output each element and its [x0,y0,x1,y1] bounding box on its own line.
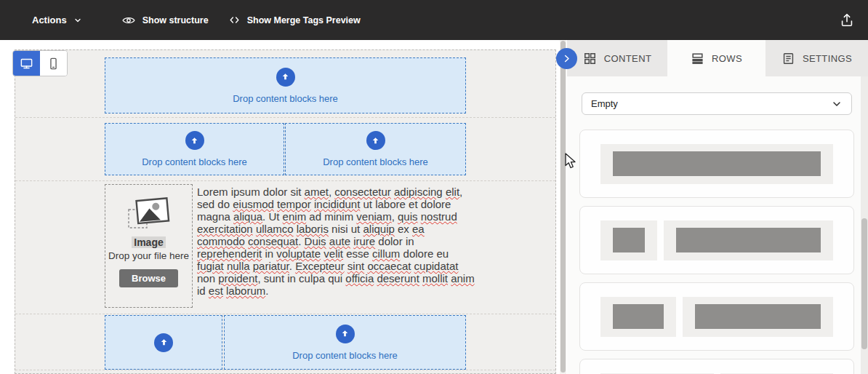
row-layout-bar [676,228,821,252]
drop-zone-label: Drop content blocks here [292,350,398,361]
drop-zone-label: Drop content blocks here [142,156,247,167]
text-block[interactable]: Lorem ipsum dolor sit amet, consectetur … [197,186,475,297]
drop-zone-row4-right[interactable]: Drop content blocks here [224,315,466,370]
canvas-scrollbar[interactable] [560,40,566,374]
panel-scrollbar[interactable] [861,76,868,374]
chevron-down-icon [831,98,843,110]
canvas-area: Drop content blocks here Drop content bl… [0,40,560,374]
row-layout-item[interactable] [579,130,854,198]
arrow-up-circle-icon [366,131,385,150]
actions-label: Actions [32,15,67,25]
rows-icon [691,52,704,65]
row-divider [15,180,555,181]
chevron-right-icon [561,53,572,64]
collapse-panel-button[interactable] [556,48,577,69]
arrow-up-circle-icon [276,68,295,87]
device-toggle [12,50,68,76]
actions-menu-button[interactable]: Actions [32,15,82,25]
arrow-up-circle-icon [154,333,173,352]
tab-label: ROWS [712,53,742,64]
drop-zone-label: Drop content blocks here [323,156,428,167]
row-layout-bar [613,304,664,329]
row-layout-column [664,220,833,260]
arrow-up-circle-icon [185,131,204,150]
text-block-content: Lorem ipsum dolor sit amet, consectetur … [197,186,475,297]
scrollbar-thumb[interactable] [861,218,867,349]
drop-zone-row2-left[interactable]: Drop content blocks here [105,123,284,175]
row-layout-bar [613,151,821,176]
image-placeholder-block[interactable]: Image Drop your file here Browse [105,184,193,308]
code-icon [228,14,241,26]
drop-zone-label: Drop content blocks here [233,93,338,104]
upload-icon [839,12,855,28]
sidebar-panel: CONTENT ROWS SETTINGS Empty [567,40,868,374]
eye-icon [121,13,136,28]
tab-content[interactable]: CONTENT [567,40,667,76]
panel-body: Empty [567,76,868,374]
row-category-selected-value: Empty [591,98,618,109]
image-icon [126,196,172,231]
image-block-subtitle: Drop your file here [108,250,189,261]
chevron-down-icon [73,16,82,25]
topbar: Actions Show structure Show Merge Tags P… [0,0,868,40]
browse-button[interactable]: Browse [119,269,178,287]
row-layout-column [600,220,657,260]
tab-settings[interactable]: SETTINGS [765,40,868,76]
row-layout-bar [613,228,645,252]
email-canvas[interactable]: Drop content blocks here Drop content bl… [15,49,556,374]
row-layouts-list [579,130,854,374]
image-block-title: Image [132,236,165,248]
row-category-select[interactable]: Empty [582,92,852,115]
grid-icon [583,52,597,65]
tab-rows[interactable]: ROWS [667,40,765,76]
row-divider [15,314,555,314]
row-divider [15,117,555,118]
show-merge-tags-label: Show Merge Tags Preview [247,15,361,25]
document-icon [781,52,795,65]
row-divider [15,370,555,370]
drop-zone-row1[interactable]: Drop content blocks here [105,57,466,114]
row-layout-column [600,144,833,184]
tab-label: SETTINGS [803,53,852,64]
panel-tabbar: CONTENT ROWS SETTINGS [567,40,868,76]
row-layout-item[interactable] [579,206,854,274]
scrollbar-thumb[interactable] [560,41,566,373]
row-layout-column [600,297,676,337]
show-merge-tags-button[interactable]: Show Merge Tags Preview [228,14,361,26]
export-button[interactable] [839,12,855,28]
row-layout-item[interactable] [579,282,854,351]
mobile-view-button[interactable] [40,51,67,76]
smartphone-icon [47,57,60,71]
show-structure-button[interactable]: Show structure [121,13,209,28]
monitor-icon [20,57,33,71]
row-layout-item[interactable] [579,359,854,374]
drop-zone-row2-right[interactable]: Drop content blocks here [285,123,466,175]
desktop-view-button[interactable] [13,51,40,76]
drop-zone-row4-left[interactable] [105,315,222,370]
row-layout-column [683,297,833,337]
row-layout-bar [695,304,821,329]
tab-label: CONTENT [604,53,652,64]
email-editor-app: Actions Show structure Show Merge Tags P… [0,0,868,374]
show-structure-label: Show structure [142,15,209,25]
arrow-up-circle-icon [336,325,355,343]
